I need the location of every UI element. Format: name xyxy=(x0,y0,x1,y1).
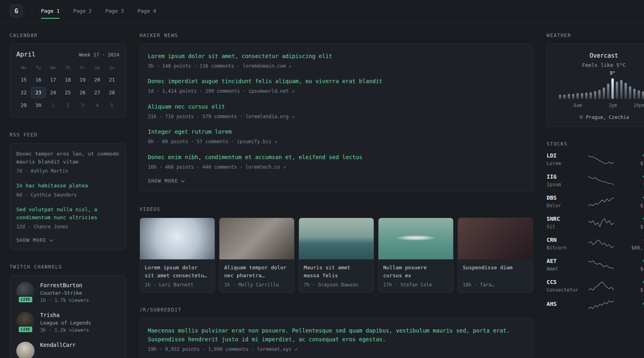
weather-bar xyxy=(629,86,631,99)
weather-bars: 9° xyxy=(559,78,644,99)
stock-row-ccs[interactable]: CCS Consectetur +0.51% $165.84 xyxy=(547,279,644,293)
section-title-calendar: Calendar xyxy=(10,33,126,38)
hn-item-title[interactable]: Lorem ipsum dolor sit amet, consectetur … xyxy=(148,52,525,61)
map-pin-icon xyxy=(579,115,584,120)
stock-change: +1.36% xyxy=(623,216,644,222)
tab-page-3[interactable]: Page 3 xyxy=(105,0,124,22)
weather-bar xyxy=(633,89,636,99)
video-meta: 1h · Lori Barnett xyxy=(145,282,210,288)
weather-times: 6am 2pm 10pm xyxy=(559,103,644,109)
stock-row-snrc[interactable]: SNRC Sit +1.36% $148.64 xyxy=(547,216,644,230)
calendar-week-year: Week 17 · 2024 xyxy=(79,52,119,58)
hn-item-meta[interactable]: 16h · 468 points · 440 comments · loremt… xyxy=(148,164,525,171)
stock-name: Bitcorn xyxy=(547,245,579,251)
stock-row-aet[interactable]: AET Amet +0.92% $499.72 xyxy=(547,258,644,272)
weather-bar xyxy=(594,91,596,99)
calendar-day: 5 xyxy=(105,100,119,111)
calendar-day: 29 xyxy=(16,100,31,111)
hn-item: Lorem ipsum dolor sit amet, consectetur … xyxy=(148,52,525,69)
channel-info: ForrestBurton Counter-Strike 1h · 1.7k v… xyxy=(40,282,89,303)
stock-id: LDI Lorem xyxy=(547,152,579,166)
twitch-widget: Twitch Channels LIVE ForrestBurton Count… xyxy=(10,264,126,358)
calendar-dow: Th xyxy=(60,64,75,73)
video-card[interactable]: Aliquam tempor dolor nec pharetra… 1h · … xyxy=(219,218,295,293)
reddit-post-meta[interactable]: 19h · 9,932 points · 1,090 comments · lo… xyxy=(148,346,525,353)
stock-values: +0.92% $499.72 xyxy=(623,258,644,272)
video-title: Lorem ipsum dolor sit amet consectetu… xyxy=(145,264,210,280)
calendar-month: April xyxy=(16,51,35,58)
stock-symbol: AHS xyxy=(547,301,579,307)
weather-time-label: 10pm xyxy=(633,103,644,108)
stock-sparkline xyxy=(588,218,614,228)
tab-page-2[interactable]: Page 2 xyxy=(73,0,92,22)
hn-item-title[interactable]: Aliquam nec cursus elit xyxy=(148,103,525,111)
calendar-day: 3 xyxy=(75,100,90,111)
calendar-dow: We xyxy=(46,64,60,73)
stock-values: -1.00% $66,171.48 xyxy=(623,237,644,251)
calendar-dow: Fr xyxy=(75,64,90,73)
stock-row-iig[interactable]: IIG Ipsum +2.84% $42.04 xyxy=(547,173,644,187)
hn-item-title[interactable]: Donec imperdiet augue tincidunt felis al… xyxy=(148,77,525,86)
calendar-day: 21 xyxy=(105,74,119,86)
calendar-day: 18 xyxy=(60,74,75,86)
stock-row-crn[interactable]: CRN Bitcorn -1.00% $66,171.48 xyxy=(547,237,644,251)
calendar-day: 15 xyxy=(16,74,31,86)
hn-show-more-button[interactable]: SHOW MORE xyxy=(148,178,185,184)
app-logo[interactable]: G xyxy=(10,4,23,18)
tab-page-1[interactable]: Page 1 xyxy=(41,0,60,22)
weather-bar xyxy=(576,93,579,99)
twitch-channel-row[interactable]: LIVE ForrestBurton Counter-Strike 1h · 1… xyxy=(16,282,119,303)
weather-time-label: 2pm xyxy=(609,103,617,108)
stock-row-ldi[interactable]: LDI Lorem +4.35% $795.18 xyxy=(547,152,644,166)
video-card[interactable]: Nullam posuere cursus ex 17h · Stefan Co… xyxy=(378,218,454,293)
stock-row-dbs[interactable]: DBS Dolor +1.42% $156.28 xyxy=(547,195,644,208)
calendar-grid: Mo Tu We Th Fr Sa Su 15 16 17 18 19 20 2… xyxy=(16,64,119,111)
video-body: Lorem ipsum dolor sit amet consectetu… 1… xyxy=(140,259,215,292)
weather-location-label: Prague, Czechia xyxy=(586,115,629,120)
stock-symbol: DBS xyxy=(547,195,579,201)
subreddit-widget: /r/subreddit Maecenas mollis pulvinar er… xyxy=(140,307,533,358)
weather-chart: 9° 6am 2pm 10pm xyxy=(559,78,644,109)
stock-values: +2.84% $42.04 xyxy=(623,173,644,187)
video-body: Nullam posuere cursus ex 17h · Stefan Co… xyxy=(378,259,453,292)
stocks-list: LDI Lorem +4.35% $795.18 IIG Ipsum xyxy=(547,152,644,309)
stock-sparkline xyxy=(588,239,614,249)
stock-price: $499.72 xyxy=(623,266,644,272)
chevron-down-icon xyxy=(181,180,185,183)
hn-item-meta[interactable]: 6h · 60 points · 57 comments · ipsumify.… xyxy=(148,138,525,145)
rss-item-title[interactable]: Donec tempor eros leo, ut commodo mauris… xyxy=(16,150,119,166)
reddit-post-title[interactable]: Maecenas mollis pulvinar erat non posuer… xyxy=(148,327,525,344)
section-title-videos: Videos xyxy=(140,206,533,212)
hn-item-meta[interactable]: 3h · 148 points · 116 comments · loremdo… xyxy=(148,63,525,70)
nav-divider xyxy=(32,6,32,16)
hn-item-meta[interactable]: 21h · 710 points · 579 comments · loreml… xyxy=(148,113,525,120)
weather-bar xyxy=(590,92,592,99)
hn-item-meta[interactable]: 1d · 1,414 points · 299 comments · ipsum… xyxy=(148,88,525,95)
calendar-day: 16 xyxy=(31,74,46,86)
section-title-twitch: Twitch Channels xyxy=(10,264,126,270)
page-tabs: Page 1 Page 2 Page 3 Page 4 xyxy=(41,0,156,22)
video-thumbnail xyxy=(458,218,533,259)
twitch-channel-row[interactable]: KendallCarr xyxy=(16,342,119,358)
rss-item-title[interactable]: In hac habitasse platea xyxy=(16,182,119,190)
section-title-stocks: Stocks xyxy=(547,141,644,147)
reddit-post: Maecenas mollis pulvinar erat non posuer… xyxy=(148,327,525,352)
video-card[interactable]: Lorem ipsum dolor sit amet consectetu… 1… xyxy=(140,218,215,293)
tab-page-4[interactable]: Page 4 xyxy=(138,0,156,22)
weather-bar xyxy=(585,93,588,99)
channel-meta: 3h · 1.2k viewers xyxy=(40,327,91,333)
section-title-weather: Weather xyxy=(547,33,644,38)
hn-item: Donec enim nibh, condimentum et accumsan… xyxy=(148,153,525,170)
video-card[interactable]: Mauris sit amet massa felis 7h · Grayson… xyxy=(299,218,374,293)
video-card[interactable]: Suspendisse diam 18h · Tara… xyxy=(458,218,533,293)
stock-id: DBS Dolor xyxy=(547,195,579,208)
hn-item-title[interactable]: Integer eget rutrum lorem xyxy=(148,128,525,136)
stock-sparkline xyxy=(588,300,614,309)
stock-symbol: IIG xyxy=(547,173,579,180)
section-title-subreddit: /r/subreddit xyxy=(140,307,533,313)
rss-item-title[interactable]: Sed volutpat nulla nisl, a condimentum n… xyxy=(16,206,119,222)
hn-item-title[interactable]: Donec enim nibh, condimentum et accumsan… xyxy=(148,153,525,162)
rss-show-more-button[interactable]: SHOW MORE xyxy=(16,237,53,243)
stock-row-ahs[interactable]: AHS +0.46% xyxy=(547,300,644,309)
twitch-channel-row[interactable]: LIVE Trisha League of Legends 3h · 1.2k … xyxy=(16,312,119,333)
